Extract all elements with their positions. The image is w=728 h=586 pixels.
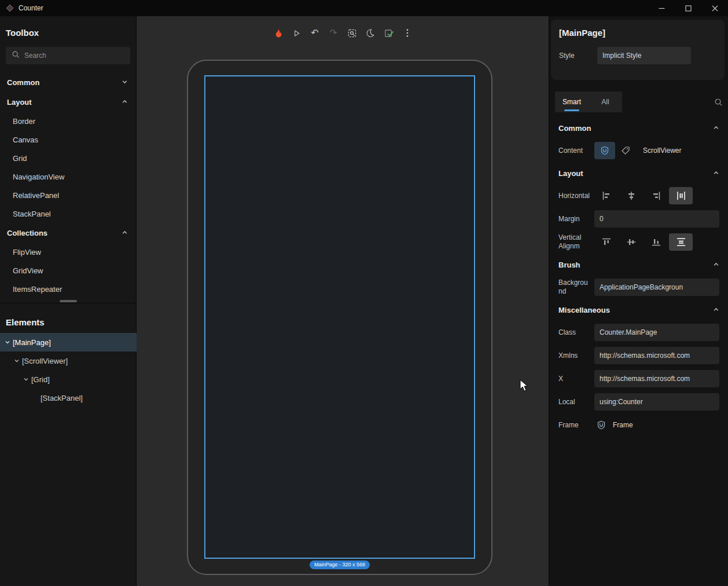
toolbox-item-grid[interactable]: Grid: [6, 149, 130, 167]
h-align-right-button[interactable]: [644, 187, 668, 204]
section-brush[interactable]: Brush: [549, 254, 728, 276]
margin-row: Margin: [549, 207, 728, 230]
v-align-center-button[interactable]: [619, 233, 643, 251]
class-row: Class: [549, 321, 728, 344]
chevron-down-icon[interactable]: [3, 339, 12, 345]
toolbox-section-common[interactable]: Common: [6, 72, 130, 92]
toolbox-panel: Toolbox Common Layout Border Canvas Grid…: [0, 16, 136, 298]
toolbox-section-collections[interactable]: Collections: [6, 223, 130, 243]
design-canvas-area[interactable]: ↶ ↷ MainPage - 320 x 568: [137, 16, 549, 586]
tab-all[interactable]: All: [589, 91, 622, 112]
content-value[interactable]: ScrollViewer: [643, 146, 681, 155]
section-layout[interactable]: Layout: [549, 162, 728, 184]
content-label: Content: [558, 146, 591, 155]
chevron-up-icon: [122, 228, 128, 238]
frame-value[interactable]: Frame: [613, 421, 633, 429]
margin-input[interactable]: [594, 210, 719, 228]
toolbox-item-gridview[interactable]: GridView: [6, 261, 130, 280]
h-align-stretch-button[interactable]: [669, 187, 693, 204]
undo-icon: ↶: [311, 28, 318, 38]
v-align-bottom-button[interactable]: [644, 233, 668, 251]
content-element-button[interactable]: [594, 142, 615, 159]
margin-label: Margin: [558, 215, 591, 224]
tree-item-grid[interactable]: [Grid]: [0, 370, 137, 389]
h-align-left-button[interactable]: [594, 187, 618, 204]
section-common[interactable]: Common: [549, 117, 728, 139]
section-miscellaneous[interactable]: Miscellaneous: [549, 299, 728, 321]
style-input[interactable]: [597, 47, 691, 64]
align-stretch-vertical-icon: [676, 237, 686, 247]
toolbox-section-layout[interactable]: Layout: [6, 92, 130, 112]
properties-panel: [MainPage] Style Smart All Common Conten…: [549, 16, 728, 586]
properties-search-button[interactable]: [714, 98, 723, 107]
tag-icon: [621, 146, 630, 155]
redo-button[interactable]: ↷: [326, 25, 341, 41]
theme-toggle-button[interactable]: [363, 25, 378, 41]
background-row: Background: [549, 276, 728, 299]
vertical-alignment-row: Vertical Alignm: [549, 230, 728, 254]
toolbox-item-stackpanel[interactable]: StackPanel: [6, 204, 130, 223]
local-input[interactable]: [594, 393, 719, 411]
chevron-up-icon: [713, 259, 719, 270]
chevron-up-icon: [713, 168, 719, 178]
inspect-element-button[interactable]: [344, 25, 359, 41]
maximize-button[interactable]: [675, 0, 701, 16]
search-icon: [714, 98, 723, 107]
page-size-badge: MainPage - 320 x 568: [310, 561, 370, 569]
title-bar: Counter: [0, 0, 728, 16]
x-input[interactable]: [594, 370, 719, 387]
design-toolbar: ↶ ↷: [270, 25, 415, 41]
content-tag-button[interactable]: [615, 142, 636, 159]
align-bottom-icon: [651, 237, 661, 247]
content-row: Content ScrollViewer: [549, 139, 728, 162]
close-button[interactable]: [701, 0, 728, 16]
toolbox-item-border[interactable]: Border: [6, 112, 130, 130]
v-align-top-button[interactable]: [594, 233, 618, 251]
flame-icon: [273, 28, 283, 38]
background-label: Background: [558, 279, 591, 296]
toolbox-item-relativepanel[interactable]: RelativePanel: [6, 186, 130, 204]
toolbox-item-itemsrepeater[interactable]: ItemsRepeater: [6, 280, 130, 298]
chevron-down-icon: [122, 77, 128, 87]
selected-element-title: [MainPage]: [559, 28, 716, 38]
chevron-up-icon: [713, 123, 719, 133]
resize-grip[interactable]: [60, 300, 77, 302]
panel-resize-handle[interactable]: [0, 299, 137, 303]
toolbox-title: Toolbox: [6, 28, 130, 38]
local-row: Local: [549, 390, 728, 413]
minimize-button[interactable]: [648, 0, 675, 16]
background-input[interactable]: [594, 279, 719, 296]
design-surface-mainpage[interactable]: [204, 75, 475, 559]
v-align-stretch-button[interactable]: [669, 233, 693, 251]
moon-icon: [366, 28, 375, 38]
tree-item-scrollviewer[interactable]: [ScrollViewer]: [0, 351, 137, 370]
validation-status-button[interactable]: [381, 25, 396, 41]
more-options-button[interactable]: [400, 25, 415, 41]
toolbox-item-navigationview[interactable]: NavigationView: [6, 167, 130, 186]
horizontal-label: Horizontal: [558, 192, 591, 200]
chevron-down-icon[interactable]: [22, 376, 30, 382]
toolbox-item-canvas[interactable]: Canvas: [6, 130, 130, 149]
undo-button[interactable]: ↶: [307, 25, 322, 41]
align-center-icon: [626, 191, 637, 201]
toolbox-search-input[interactable]: [24, 52, 111, 60]
horizontal-alignment-row: Horizontal: [549, 184, 728, 207]
chevron-down-icon[interactable]: [13, 358, 21, 364]
tab-smart[interactable]: Smart: [555, 91, 589, 112]
class-input[interactable]: [594, 324, 719, 341]
tree-item-stackpanel[interactable]: [StackPanel]: [0, 389, 137, 407]
xmlns-input[interactable]: [594, 347, 719, 364]
frame-label: Frame: [558, 421, 591, 430]
class-label: Class: [558, 328, 591, 337]
tree-item-mainpage[interactable]: [MainPage]: [0, 333, 137, 351]
play-button[interactable]: [289, 25, 304, 41]
align-right-icon: [651, 191, 661, 201]
align-middle-icon: [626, 237, 637, 247]
toolbox-search[interactable]: [6, 47, 130, 64]
x-row: X: [549, 367, 728, 390]
style-label: Style: [559, 52, 594, 60]
hot-design-flame-button[interactable]: [270, 25, 285, 41]
toolbox-item-flipview[interactable]: FlipView: [6, 243, 130, 261]
align-top-icon: [601, 237, 612, 247]
h-align-center-button[interactable]: [619, 187, 643, 204]
